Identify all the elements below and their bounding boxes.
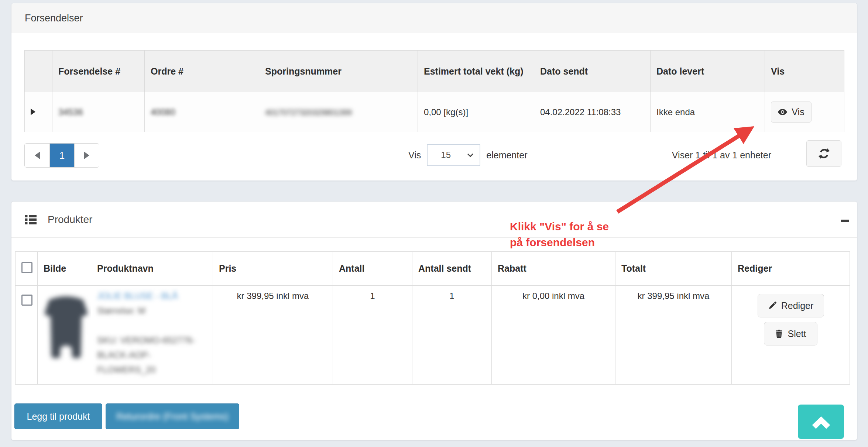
page-size-value: 15 bbox=[428, 150, 467, 160]
date-sent-cell: 04.02.2022 11:08:33 bbox=[534, 92, 651, 132]
caret-right-icon[interactable] bbox=[31, 109, 35, 115]
product-sku: SKU: VEROMO-652776- BLACK-AOP- FLOWERS_2… bbox=[97, 333, 207, 377]
order-number: 40080 bbox=[151, 107, 175, 117]
column-header-edit: Rediger bbox=[732, 252, 850, 286]
date-delivered-cell: Ikke enda bbox=[651, 92, 765, 132]
add-product-button[interactable]: Legg til produkt bbox=[14, 403, 102, 429]
column-header-expand bbox=[25, 51, 52, 92]
products-header-row: Bilde Produktnavn Pris Antall Antall sen… bbox=[16, 252, 850, 286]
products-table: Bilde Produktnavn Pris Antall Antall sen… bbox=[15, 251, 850, 385]
products-panel: Produkter Bilde Produktnavn Pris Antall … bbox=[11, 201, 857, 440]
product-image[interactable] bbox=[44, 291, 89, 361]
previous-page-button[interactable] bbox=[25, 144, 49, 167]
page-size-group: Vis 15 elementer bbox=[408, 142, 527, 168]
column-header-discount: Rabatt bbox=[492, 252, 615, 286]
shipments-header-row: Forsendelse # Ordre # Sporingsnummer Est… bbox=[25, 51, 844, 92]
shipment-number-cell: 34536 bbox=[52, 92, 145, 132]
shipments-panel: Forsendelser Forsendelse # Ordre # Spori… bbox=[11, 3, 857, 181]
pencil-icon bbox=[768, 301, 777, 310]
select-product-checkbox[interactable] bbox=[21, 295, 32, 306]
collapse-panel-button[interactable] bbox=[841, 218, 850, 221]
product-price-cell: kr 399,95 inkl mva bbox=[213, 286, 333, 385]
refresh-icon bbox=[818, 148, 830, 159]
shipments-panel-header: Forsendelser bbox=[11, 3, 857, 33]
view-button-label: Vis bbox=[792, 107, 804, 117]
view-shipment-button[interactable]: Vis bbox=[771, 102, 812, 123]
tracking-number: 40170727320329801399 bbox=[265, 108, 352, 117]
return-order-button-label: Returordre (Front Systems) bbox=[116, 411, 229, 422]
products-panel-title: Produkter bbox=[48, 214, 92, 226]
delete-button-label: Slett bbox=[788, 329, 806, 339]
select-all-checkbox[interactable] bbox=[21, 262, 32, 273]
column-header-shipment: Forsendelse # bbox=[52, 51, 145, 92]
page-size-suffix-label: elementer bbox=[486, 150, 527, 161]
product-discount-cell: kr 0,00 inkl mva bbox=[492, 286, 615, 385]
expand-row-cell[interactable] bbox=[25, 92, 52, 132]
product-image-cell bbox=[38, 286, 91, 385]
column-header-date-delivered: Dato levert bbox=[651, 51, 765, 92]
product-total-cell: kr 399,95 inkl mva bbox=[615, 286, 732, 385]
chevron-up-icon bbox=[810, 415, 832, 429]
product-actions-cell: Rediger Slett bbox=[732, 286, 850, 385]
page-1-button[interactable]: 1 bbox=[49, 144, 74, 167]
column-header-select bbox=[16, 252, 38, 286]
shipment-number: 34536 bbox=[58, 107, 83, 117]
minus-icon bbox=[841, 220, 849, 222]
trash-icon bbox=[775, 329, 783, 338]
edit-product-button[interactable]: Rediger bbox=[758, 294, 824, 317]
edit-button-label: Rediger bbox=[781, 300, 814, 311]
product-size: Størrelse: M bbox=[97, 306, 207, 316]
return-order-button[interactable]: Returordre (Front Systems) bbox=[106, 403, 239, 429]
list-icon bbox=[25, 215, 37, 224]
scroll-to-top-button[interactable] bbox=[798, 405, 844, 439]
next-page-button[interactable] bbox=[74, 144, 99, 167]
chevron-down-icon bbox=[467, 153, 474, 157]
product-name-cell: JOLIE BLUSE - BLÅ Størrelse: M SKU: VERO… bbox=[91, 286, 213, 385]
select-product-cell bbox=[16, 286, 38, 385]
page-size-select[interactable]: 15 bbox=[427, 144, 480, 166]
product-name-link[interactable]: JOLIE BLUSE - BLÅ bbox=[97, 291, 207, 301]
delete-product-button[interactable]: Slett bbox=[764, 322, 817, 345]
column-header-qty-sent: Antall sendt bbox=[412, 252, 492, 286]
product-qty-cell: 1 bbox=[333, 286, 412, 385]
column-header-price: Pris bbox=[213, 252, 333, 286]
column-header-name: Produktnavn bbox=[91, 252, 213, 286]
column-header-order: Ordre # bbox=[145, 51, 259, 92]
product-qty-sent-cell: 1 bbox=[412, 286, 492, 385]
products-panel-header: Produkter bbox=[11, 202, 857, 238]
weight-cell: 0,00 [kg(s)] bbox=[418, 92, 534, 132]
column-header-tracking: Sporingsnummer bbox=[259, 51, 418, 92]
page-size-prefix-label: Vis bbox=[408, 150, 421, 161]
view-cell: Vis bbox=[765, 92, 844, 132]
shipment-row: 34536 40080 40170727320329801399 0,00 [k… bbox=[25, 92, 844, 132]
pagination-summary: Viser 1 til 1 av 1 enheter bbox=[672, 142, 771, 168]
column-header-image: Bilde bbox=[38, 252, 91, 286]
pagination-bar: 1 Vis 15 elementer Viser 1 til 1 av 1 en… bbox=[11, 142, 857, 168]
product-row: JOLIE BLUSE - BLÅ Størrelse: M SKU: VERO… bbox=[16, 286, 850, 385]
column-header-weight: Estimert total vekt (kg) bbox=[418, 51, 534, 92]
order-number-cell: 40080 bbox=[145, 92, 259, 132]
column-header-qty: Antall bbox=[333, 252, 412, 286]
shipments-panel-title: Forsendelser bbox=[25, 13, 83, 24]
shipments-table: Forsendelse # Ordre # Sporingsnummer Est… bbox=[24, 50, 844, 132]
column-header-total: Totalt bbox=[615, 252, 732, 286]
pager: 1 bbox=[24, 143, 99, 168]
column-header-view: Vis bbox=[765, 51, 844, 92]
tracking-number-cell: 40170727320329801399 bbox=[259, 92, 418, 132]
arrow-left-icon bbox=[35, 152, 40, 159]
eye-icon bbox=[778, 109, 787, 115]
column-header-date-sent: Dato sendt bbox=[534, 51, 651, 92]
refresh-button[interactable] bbox=[806, 140, 841, 167]
arrow-right-icon bbox=[84, 152, 89, 159]
